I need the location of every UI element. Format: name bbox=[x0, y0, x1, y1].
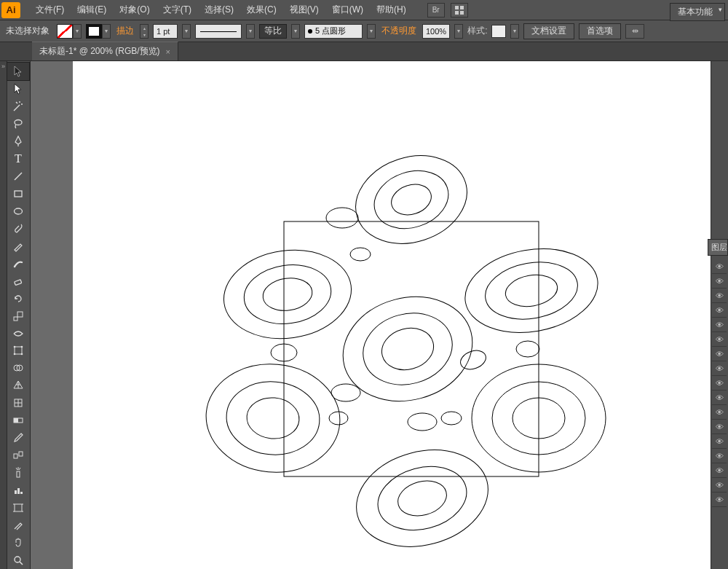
svg-line-29 bbox=[20, 562, 23, 565]
graphic-style-swatch[interactable] bbox=[491, 25, 506, 38]
tool-blob-brush[interactable] bbox=[7, 255, 29, 272]
layer-visibility-icon[interactable]: 👁 bbox=[712, 376, 727, 391]
menu-window[interactable]: 窗口(W) bbox=[325, 1, 370, 19]
tool-scale[interactable] bbox=[7, 307, 29, 325]
tool-selection[interactable] bbox=[7, 63, 29, 80]
tool-free-transform[interactable] bbox=[7, 342, 29, 360]
brush-definition[interactable]: 5 点圆形 bbox=[304, 24, 363, 39]
tool-shape-builder[interactable] bbox=[7, 359, 29, 377]
stroke-weight-field[interactable]: 1 pt bbox=[153, 24, 178, 39]
svg-point-44 bbox=[223, 378, 323, 459]
menu-effect[interactable]: 效果(C) bbox=[240, 1, 283, 19]
menu-select[interactable]: 选择(S) bbox=[198, 1, 240, 19]
stroke-swatch[interactable] bbox=[86, 24, 102, 39]
layer-visibility-icon[interactable]: 👁 bbox=[712, 303, 727, 318]
tool-blend[interactable] bbox=[7, 447, 29, 464]
opacity-dropdown[interactable]: ▾ bbox=[454, 24, 463, 39]
layer-visibility-icon[interactable]: 👁 bbox=[712, 274, 727, 289]
close-icon[interactable]: × bbox=[166, 47, 170, 56]
layer-visibility-icon[interactable]: 👁 bbox=[712, 361, 727, 376]
document-tab[interactable]: 未标题-1* @ 200% (RGB/预览) × bbox=[32, 42, 178, 60]
tool-zoom[interactable] bbox=[7, 552, 29, 569]
menu-help[interactable]: 帮助(H) bbox=[370, 1, 413, 19]
tool-gradient[interactable] bbox=[7, 412, 29, 429]
preferences-button[interactable]: 首选项 bbox=[579, 23, 621, 39]
left-dock-collapse[interactable] bbox=[0, 61, 7, 569]
variable-width-profile[interactable] bbox=[195, 24, 242, 39]
tool-perspective[interactable] bbox=[7, 377, 29, 394]
layer-visibility-icon[interactable]: 👁 bbox=[712, 332, 727, 347]
tool-hand[interactable] bbox=[7, 534, 29, 552]
graphic-style-dropdown[interactable]: ▾ bbox=[510, 24, 519, 39]
menu-object[interactable]: 对象(O) bbox=[113, 1, 156, 19]
layer-visibility-icon[interactable]: 👁 bbox=[712, 347, 727, 361]
stroke-dropdown[interactable]: ▾ bbox=[102, 24, 111, 39]
tool-pen[interactable] bbox=[7, 133, 29, 150]
tool-rotate[interactable] bbox=[7, 290, 29, 307]
stroke-weight-dropdown[interactable]: ▾ bbox=[182, 24, 191, 39]
fill-dropdown[interactable]: ▾ bbox=[73, 24, 82, 39]
tool-mesh[interactable] bbox=[7, 394, 29, 412]
tool-symbol-sprayer[interactable] bbox=[7, 464, 29, 482]
svg-point-33 bbox=[377, 323, 438, 376]
layer-visibility-icon[interactable]: 👁 bbox=[712, 463, 727, 478]
arrange-docs-button[interactable] bbox=[451, 3, 468, 17]
menu-type[interactable]: 文字(T) bbox=[157, 1, 198, 19]
layer-visibility-icon[interactable]: 👁 bbox=[712, 318, 727, 332]
svg-point-57 bbox=[331, 384, 360, 401]
svg-point-36 bbox=[387, 179, 435, 219]
menu-edit[interactable]: 编辑(E) bbox=[71, 1, 113, 19]
layer-visibility-icon[interactable]: 👁 bbox=[712, 449, 727, 463]
tool-direct-selection[interactable] bbox=[7, 80, 29, 98]
scale-strokes-dropdown[interactable]: ▾ bbox=[291, 24, 300, 39]
svg-point-40 bbox=[459, 239, 605, 342]
layer-visibility-icon[interactable]: 👁 bbox=[712, 493, 727, 507]
canvas-viewport[interactable] bbox=[31, 61, 711, 569]
layer-visibility-icon[interactable]: 👁 bbox=[712, 405, 727, 420]
tool-lasso[interactable] bbox=[7, 115, 29, 133]
tool-magic-wand[interactable] bbox=[7, 98, 29, 115]
tool-type[interactable]: T bbox=[7, 150, 29, 168]
layer-visibility-icon[interactable]: 👁 bbox=[712, 289, 727, 303]
tool-rectangle[interactable] bbox=[7, 185, 29, 203]
brush-definition-dropdown[interactable]: ▾ bbox=[367, 24, 376, 39]
right-dock[interactable]: 图层 👁 👁 👁 👁 👁 👁 👁 👁 👁 👁 👁 👁 👁 👁 👁 👁 👁 bbox=[711, 61, 728, 569]
layer-visibility-icon[interactable]: 👁 bbox=[712, 420, 727, 434]
menu-file[interactable]: 文件(F) bbox=[29, 1, 71, 19]
opacity-label[interactable]: 不透明度 bbox=[381, 25, 416, 37]
bridge-button[interactable]: Br bbox=[427, 3, 445, 17]
menu-view[interactable]: 视图(V) bbox=[283, 1, 325, 19]
svg-point-35 bbox=[367, 162, 456, 238]
tool-line[interactable] bbox=[7, 168, 29, 185]
stroke-weight-spinner[interactable]: ▴▾ bbox=[140, 24, 149, 39]
svg-point-38 bbox=[240, 259, 335, 329]
tool-column-graph[interactable] bbox=[7, 482, 29, 499]
align-panel-icon[interactable]: ⇹ bbox=[625, 24, 644, 39]
tool-width[interactable] bbox=[7, 325, 29, 342]
tool-pencil[interactable] bbox=[7, 238, 29, 255]
tool-paintbrush[interactable] bbox=[7, 220, 29, 238]
opacity-field[interactable]: 100% bbox=[422, 24, 450, 39]
tool-eraser[interactable] bbox=[7, 272, 29, 290]
tool-artboard[interactable] bbox=[7, 499, 29, 517]
svg-point-14 bbox=[14, 353, 16, 356]
variable-width-dropdown[interactable]: ▾ bbox=[246, 24, 255, 39]
tool-ellipse[interactable] bbox=[7, 203, 29, 220]
svg-rect-2 bbox=[455, 11, 459, 15]
tool-eyedropper[interactable] bbox=[7, 429, 29, 447]
layer-visibility-icon[interactable]: 👁 bbox=[712, 434, 727, 449]
svg-point-34 bbox=[344, 149, 478, 257]
tool-slice[interactable] bbox=[7, 517, 29, 534]
svg-rect-6 bbox=[15, 191, 22, 197]
workspace-switcher[interactable]: 基本功能 bbox=[670, 3, 725, 21]
layer-visibility-icon[interactable]: 👁 bbox=[712, 478, 727, 493]
svg-point-37 bbox=[218, 242, 357, 346]
stroke-label[interactable]: 描边 bbox=[116, 25, 134, 37]
svg-point-42 bbox=[503, 271, 560, 310]
layer-visibility-icon[interactable]: 👁 bbox=[712, 259, 727, 274]
layers-panel-tab[interactable]: 图层 bbox=[708, 239, 728, 256]
layer-visibility-icon[interactable]: 👁 bbox=[712, 391, 727, 405]
artboard bbox=[73, 61, 711, 569]
fill-swatch[interactable] bbox=[57, 24, 73, 39]
document-setup-button[interactable]: 文档设置 bbox=[523, 23, 574, 39]
